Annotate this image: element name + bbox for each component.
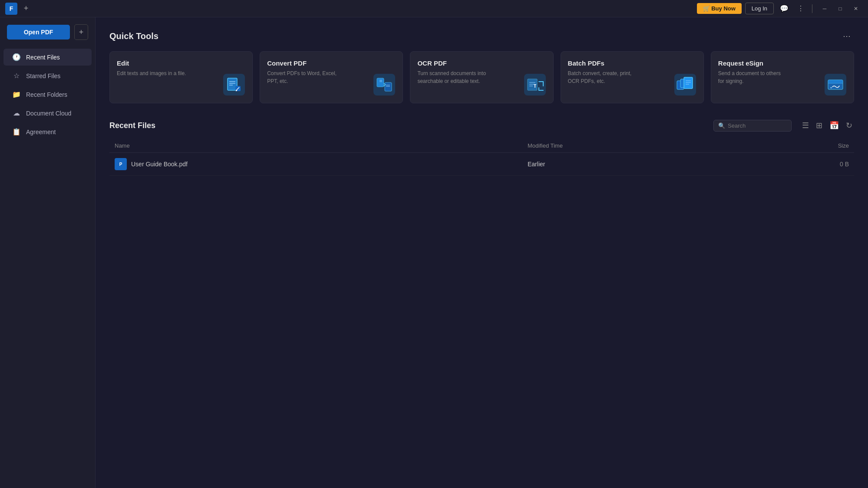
svg-rect-32 [828,80,843,83]
files-table-body: P User Guide Book.pdf Earlier 0 B [109,153,854,176]
app-logo: F [5,3,17,15]
tool-card-ocr-pdf[interactable]: OCR PDF Turn scanned documents into sear… [410,51,553,103]
window-controls: ─ □ ✕ [818,3,863,15]
sidebar-item-agreement[interactable]: 📋 Agreement [3,123,92,140]
svg-rect-12 [385,82,392,91]
column-header-name: Name [109,139,522,153]
starred-files-icon: ☆ [12,72,21,80]
sidebar-item-label: Agreement [26,129,56,135]
files-table-header-row: Name Modified Time Size [109,139,854,153]
sidebar-item-label: Recent Files [26,54,60,61]
login-button[interactable]: Log In [745,3,774,14]
sidebar-item-starred-files[interactable]: ☆ Starred Files [3,67,92,84]
document-cloud-icon: ☁ [12,109,21,117]
recent-files-title: Recent Files [109,121,155,130]
tool-card-ocr-desc: Turn scanned documents into searchable o… [417,69,487,85]
maximize-button[interactable]: □ [833,3,847,15]
app-body: Open PDF + 🕐 Recent Files ☆ Starred File… [0,17,868,488]
refresh-button[interactable]: ↻ [844,119,854,132]
quick-tools-more-button[interactable]: ⋯ [839,30,854,43]
recent-files-controls: 🔍 ☰ ⊞ 📅 ↻ [713,119,854,132]
file-modified-time: Earlier [522,153,748,176]
convert-tool-icon [373,73,396,96]
tool-card-edit-title: Edit [117,59,245,67]
svg-point-34 [831,87,832,89]
sidebar: Open PDF + 🕐 Recent Files ☆ Starred File… [0,17,96,488]
agreement-icon: 📋 [12,128,21,136]
tool-card-convert-desc: Convert PDFs to Word, Excel, PPT, etc. [267,69,337,85]
view-controls: ☰ ⊞ 📅 ↻ [800,119,854,132]
edit-tool-icon [223,73,245,96]
column-header-size: Size [748,139,854,153]
calendar-view-button[interactable]: 📅 [828,119,841,132]
tool-card-batch-desc: Batch convert, create, print, OCR PDFs, … [568,69,637,85]
list-view-button[interactable]: ☰ [800,119,811,132]
add-button[interactable]: + [74,24,88,40]
file-name-label: User Guide Book.pdf [131,161,188,168]
sidebar-item-label: Document Cloud [26,110,71,117]
pdf-file-icon: P [115,158,127,170]
titlebar-divider [812,4,812,13]
chat-icon-button[interactable]: 💬 [777,3,791,14]
grid-view-button[interactable]: ⊞ [814,119,824,132]
batch-tool-icon [674,73,696,96]
more-options-button[interactable]: ⋮ [795,3,807,14]
recent-files-icon: 🕐 [12,53,21,61]
file-size: 0 B [748,153,854,176]
esign-tool-icon [824,73,847,96]
svg-rect-26 [684,77,693,89]
files-table-head: Name Modified Time Size [109,139,854,153]
column-header-modified: Modified Time [522,139,748,153]
new-tab-button[interactable]: + [21,3,31,14]
tool-card-batch-title: Batch PDFs [568,59,696,67]
tool-card-edit[interactable]: Edit Edit texts and images in a file. [109,51,253,103]
main-content: Quick Tools ⋯ Edit Edit texts and images… [96,17,868,488]
table-row[interactable]: P User Guide Book.pdf Earlier 0 B [109,153,854,176]
open-pdf-button[interactable]: Open PDF [7,25,70,40]
files-table: Name Modified Time Size P User Guide Boo… [109,139,854,176]
titlebar: F + 🛒 Buy Now Log In 💬 ⋮ ─ □ ✕ [0,0,868,17]
tool-card-convert-pdf[interactable]: Convert PDF Convert PDFs to Word, Excel,… [260,51,403,103]
sidebar-item-label: Starred Files [26,73,60,79]
tool-card-ocr-title: OCR PDF [417,59,546,67]
close-button[interactable]: ✕ [849,3,863,15]
tool-card-esign-desc: Send a document to others for signing. [718,69,788,85]
search-box[interactable]: 🔍 [713,120,792,132]
sidebar-item-recent-files[interactable]: 🕐 Recent Files [3,49,92,66]
tool-card-esign-title: Request eSign [718,59,847,67]
sidebar-item-recent-folders[interactable]: 📁 Recent Folders [3,86,92,103]
sidebar-top: Open PDF + [0,24,95,47]
quick-tools-section-header: Quick Tools ⋯ [109,30,854,43]
quick-tools-title: Quick Tools [109,31,158,41]
minimize-button[interactable]: ─ [818,3,832,15]
search-icon: 🔍 [718,122,725,129]
titlebar-actions: 🛒 Buy Now Log In 💬 ⋮ ─ □ ✕ [697,3,863,15]
recent-files-section-header: Recent Files 🔍 ☰ ⊞ 📅 ↻ [109,119,854,132]
tool-card-edit-desc: Edit texts and images in a file. [117,69,186,77]
sidebar-item-label: Recent Folders [26,91,67,98]
svg-rect-9 [236,90,237,91]
ocr-tool-icon: T [524,73,546,96]
tool-card-request-esign[interactable]: Request eSign Send a document to others … [711,51,854,103]
search-input[interactable] [728,122,787,129]
buy-now-button[interactable]: 🛒 Buy Now [697,3,742,14]
tool-card-batch-pdfs[interactable]: Batch PDFs Batch convert, create, print,… [561,51,704,103]
quick-tools-grid: Edit Edit texts and images in a file. [109,51,854,103]
recent-folders-icon: 📁 [12,90,21,99]
file-name-cell: P User Guide Book.pdf [109,153,522,176]
svg-rect-11 [377,78,384,87]
sidebar-item-document-cloud[interactable]: ☁ Document Cloud [3,105,92,122]
tool-card-convert-title: Convert PDF [267,59,396,67]
